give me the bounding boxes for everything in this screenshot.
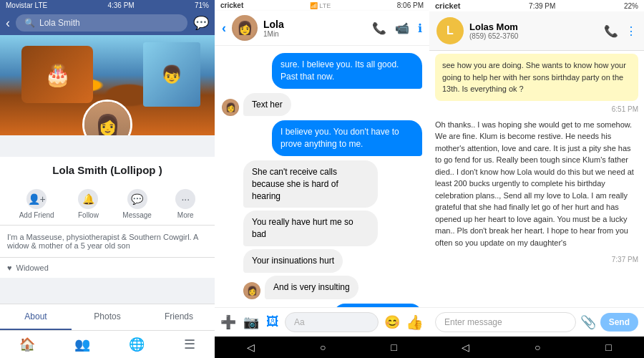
nav-menu-icon[interactable]: ☰	[184, 337, 195, 352]
msg-time-p3-1: 6:51 PM	[429, 104, 644, 113]
contact-avatar-p2: 👩	[232, 15, 258, 41]
message-icon: 💬	[127, 189, 147, 209]
message-button[interactable]: 💬 Message	[122, 189, 152, 219]
cover-photo: 🎂 👦 👩	[0, 35, 215, 135]
msg-received-group: She can't receive calls because she is h…	[222, 160, 422, 299]
messenger-chat-panel: cricket 📶 LTE 8:06 PM ‹ 👩 Lola 1Min 📞 📹 …	[215, 0, 429, 358]
nav-home-p3[interactable]: ○	[535, 342, 540, 353]
tab-friends[interactable]: Friends	[143, 304, 215, 330]
msg-avatar-small-2: 👩	[243, 282, 260, 299]
contact-name-p2: Lola	[263, 19, 366, 30]
carrier-p2: cricket	[220, 1, 243, 9]
follow-button[interactable]: 🔔 Follow	[78, 189, 99, 219]
image-icon-p2[interactable]: 🖼	[266, 314, 279, 330]
search-box[interactable]: 🔍 Lola Smith	[16, 14, 187, 32]
chat-header-p2: ‹ 👩 Lola 1Min 📞 📹 ℹ	[215, 11, 429, 46]
thumbs-up-icon-p2[interactable]: 👍	[406, 314, 424, 331]
status-bar-p2: cricket 📶 LTE 8:06 PM	[215, 0, 429, 11]
contact-phone-p3: (859) 652-3760	[469, 32, 598, 40]
messenger-icon[interactable]: 💬	[193, 15, 209, 31]
messages-list-p3: see how you are doing. She wants to know…	[429, 51, 644, 307]
header-action-icons-p3: 📞 ⋮	[604, 24, 637, 38]
input-icons-p2: ➕ 📷 🖼	[220, 314, 279, 330]
battery-p1: 71%	[195, 1, 209, 9]
contact-name-p3: Lolas Mom	[469, 21, 598, 32]
time-p3: 7:39 PM	[529, 2, 555, 10]
msg-sent-1: sure. I believe you. Its all good. Past …	[272, 53, 422, 89]
carrier-p3: cricket	[435, 1, 460, 10]
nav-back-p2[interactable]: ◁	[247, 342, 255, 353]
msg-received-5-group: 👩 And is very insulting	[243, 276, 422, 299]
android-nav-p3: ◁ ○ □	[429, 337, 644, 358]
chat-header-p3: L Lolas Mom (859) 652-3760 📞 ⋮	[429, 11, 644, 51]
profile-name: Lola Smith (Lollipop )	[7, 164, 208, 176]
msg-received-2: She can't receive calls because she is h…	[243, 160, 378, 208]
follow-icon: 🔔	[78, 189, 98, 209]
add-friend-icon: 👤+	[26, 189, 47, 209]
input-bar-p3: Enter message 📎 Send	[429, 307, 644, 337]
nav-recents-p3[interactable]: □	[605, 342, 611, 353]
relationship-status: ♥ Widowed	[0, 258, 215, 278]
info-icon-p2[interactable]: ℹ	[418, 21, 422, 35]
message-input-p2[interactable]: Aa	[285, 312, 379, 332]
attach-icon-p3[interactable]: 📎	[580, 314, 596, 330]
messages-list-p2: sure. I believe you. Its all good. Past …	[215, 46, 429, 307]
contact-info-p3: Lolas Mom (859) 652-3760	[469, 21, 598, 40]
bottom-nav-p1: 🏠 👥 🌐 ☰	[0, 330, 215, 358]
add-friend-button[interactable]: 👤+ Add Friend	[19, 189, 54, 219]
back-button-p2[interactable]: ‹	[222, 21, 226, 36]
more-icon-p3[interactable]: ⋮	[625, 24, 637, 38]
time-p2: 8:06 PM	[397, 1, 424, 9]
profile-tabs: About Photos Friends	[0, 304, 215, 330]
p1-search-bar: ‹ 🔍 Lola Smith 💬	[0, 11, 215, 35]
heart-icon: ♥	[7, 263, 12, 272]
search-icon: 🔍	[24, 18, 35, 28]
msg-received-3: You really have hurt me so bad	[243, 211, 378, 246]
message-input-p3[interactable]: Enter message	[435, 312, 576, 332]
plus-icon-p2[interactable]: ➕	[220, 314, 236, 330]
nav-friends-icon[interactable]: 👥	[74, 337, 90, 352]
msg-received-4: Your insinuations hurt	[243, 249, 343, 273]
camera-icon-p2[interactable]: 📷	[243, 314, 259, 330]
contact-info-p2: Lola 1Min	[263, 19, 366, 38]
send-button-p3[interactable]: Send	[600, 313, 638, 332]
more-icon: ···	[175, 189, 195, 209]
battery-p3: 22%	[624, 2, 638, 10]
msg-avatar-small: 👩	[222, 99, 239, 116]
phone-icon-p2[interactable]: 📞	[372, 21, 386, 35]
nav-recents-p2[interactable]: □	[391, 342, 396, 353]
carrier-p1: Movistar LTE	[6, 1, 47, 9]
phone-icon-p3[interactable]: 📞	[604, 24, 618, 38]
profile-info: Lola Smith (Lollipop )	[0, 157, 215, 183]
msg-time-p3-2: 7:37 PM	[429, 254, 644, 263]
video-icon-p2[interactable]: 📹	[395, 21, 409, 35]
profile-actions: 👤+ Add Friend 🔔 Follow 💬 Message ··· Mor…	[0, 183, 215, 226]
back-icon[interactable]: ‹	[6, 16, 10, 31]
nav-back-p3[interactable]: ◁	[462, 342, 469, 353]
tab-about[interactable]: About	[0, 304, 72, 330]
nav-home-icon[interactable]: 🏠	[19, 337, 35, 352]
msg-received-1: Text her	[243, 93, 291, 117]
facebook-profile-panel: Movistar LTE 4:36 PM 71% ‹ 🔍 Lola Smith …	[0, 0, 215, 358]
msg-received-label: 👩 Text her	[222, 93, 422, 117]
sms-panel: cricket 7:39 PM 22% L Lolas Mom (859) 65…	[429, 0, 644, 358]
msg-sent-2: I believe you. You don't have to prove a…	[272, 120, 422, 156]
msg-received-5: And is very insulting	[265, 276, 358, 299]
time-p1: 4:36 PM	[107, 1, 134, 9]
emoji-icon-p2[interactable]: 😊	[384, 314, 400, 330]
android-nav-p2: ◁ ○ □	[215, 337, 429, 358]
nav-home-p2[interactable]: ○	[320, 342, 326, 353]
input-bar-p2: ➕ 📷 🖼 Aa 😊 👍	[215, 307, 429, 337]
msg-received-p3-1: see how you are doing. She wants to know…	[435, 54, 638, 101]
tab-photos[interactable]: Photos	[72, 304, 143, 330]
msg-sent-p3-1: Oh thanks.. I was hoping she would get t…	[429, 113, 644, 255]
contact-avatar-p3: L	[436, 17, 464, 44]
header-action-icons-p2: 📞 📹 ℹ	[372, 21, 422, 35]
nav-globe-icon[interactable]: 🌐	[129, 337, 145, 352]
contact-status-p2: 1Min	[263, 30, 366, 38]
profile-bio: I'm a Masseuse, physiotherapist & Southe…	[0, 226, 215, 258]
search-text: Lola Smith	[39, 18, 80, 28]
more-button[interactable]: ··· More	[175, 189, 195, 219]
status-bar-p3: cricket 7:39 PM 22%	[429, 0, 644, 11]
status-bar-p1: Movistar LTE 4:36 PM 71%	[0, 0, 215, 11]
